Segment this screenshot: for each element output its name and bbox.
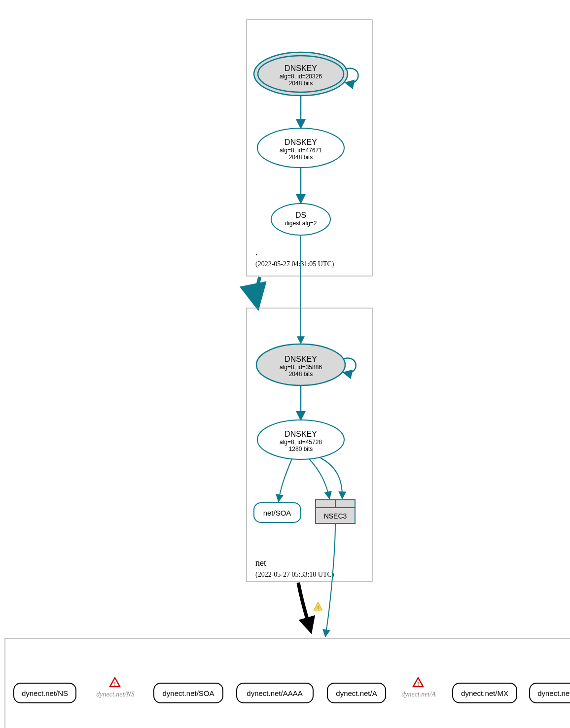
node-root-ds: DS digest alg=2 bbox=[271, 204, 330, 235]
root-ksk-line2: alg=8, id=20326 bbox=[280, 73, 322, 80]
root-zsk-title: DNSKEY bbox=[285, 138, 317, 146]
net-zsk-line2: alg=8, id=45728 bbox=[280, 439, 322, 446]
zone-dynect: dynect.net/NS ! dynect.net/NS dynect.net… bbox=[5, 638, 570, 728]
node-net-zsk: DNSKEY alg=8, id=45728 1280 bits bbox=[257, 420, 344, 459]
edge-net-zsk-to-nsec3-1 bbox=[309, 459, 329, 498]
root-ds-title: DS bbox=[295, 211, 306, 219]
svg-text:!: ! bbox=[417, 680, 419, 687]
node-root-ksk: DNSKEY alg=8, id=20326 2048 bits bbox=[254, 52, 348, 96]
dynect-records-row: dynect.net/NS ! dynect.net/NS dynect.net… bbox=[14, 678, 570, 703]
net-nsec3-label: NSEC3 bbox=[324, 512, 347, 520]
node-dynect-ns-warn: ! dynect.net/NS bbox=[96, 678, 134, 698]
dynect-a-label: dynect.net/A bbox=[336, 689, 377, 697]
svg-point-3 bbox=[271, 204, 330, 235]
edge-net-zsk-to-nsec3-2 bbox=[321, 458, 342, 498]
node-dynect-a: dynect.net/A bbox=[327, 683, 386, 703]
net-ksk-line3: 2048 bits bbox=[289, 371, 313, 378]
net-zsk-title: DNSKEY bbox=[285, 430, 317, 438]
node-root-zsk: DNSKEY alg=8, id=47671 2048 bits bbox=[257, 128, 344, 168]
dynect-a-warn-label: dynect.net/A bbox=[401, 691, 436, 698]
dynect-txt-label: dynect.net/TXT bbox=[537, 689, 570, 697]
node-net-ksk: DNSKEY alg=8, id=35886 2048 bits bbox=[256, 344, 345, 385]
root-ksk-title: DNSKEY bbox=[285, 64, 317, 72]
node-dynect-aaaa: dynect.net/AAAA bbox=[237, 683, 313, 703]
edge-net-zsk-to-soa bbox=[279, 459, 292, 501]
net-ksk-title: DNSKEY bbox=[285, 355, 317, 363]
dynect-ns-warn-label: dynect.net/NS bbox=[96, 691, 134, 698]
root-zsk-line2: alg=8, id=47671 bbox=[280, 147, 322, 154]
zone-root-timestamp: (2022-05-27 04:31:05 UTC) bbox=[255, 260, 334, 268]
net-ksk-line2: alg=8, id=35886 bbox=[280, 364, 322, 371]
zone-root: DNSKEY alg=8, id=20326 2048 bits DNSKEY … bbox=[247, 20, 372, 276]
node-net-nsec3: NSEC3 bbox=[316, 500, 355, 523]
edge-nsec3-to-dynect bbox=[325, 524, 335, 636]
warning-icon-delegation: ! bbox=[314, 602, 322, 610]
error-icon: ! bbox=[413, 678, 423, 687]
dynect-ns-label: dynect.net/NS bbox=[22, 689, 68, 697]
zone-root-label: . bbox=[255, 247, 258, 257]
node-dynect-txt: dynect.net/TXT bbox=[530, 683, 570, 703]
zone-net-timestamp: (2022-05-27 05:33:10 UTC) bbox=[255, 571, 334, 579]
edge-net-to-dynect-delegation bbox=[298, 583, 310, 627]
node-dynect-soa: dynect.net/SOA bbox=[154, 683, 223, 703]
zone-net: DNSKEY alg=8, id=35886 2048 bits DNSKEY … bbox=[247, 308, 372, 582]
net-soa-label: net/SOA bbox=[263, 509, 291, 517]
svg-text:!: ! bbox=[317, 604, 319, 610]
dynect-soa-label: dynect.net/SOA bbox=[162, 689, 214, 697]
dynect-aaaa-label: dynect.net/AAAA bbox=[247, 689, 302, 697]
root-ds-line2: digest alg=2 bbox=[285, 220, 317, 227]
dynect-mx-label: dynect.net/MX bbox=[461, 689, 508, 697]
node-dynect-ns: dynect.net/NS bbox=[14, 683, 76, 703]
node-net-soa: net/SOA bbox=[254, 503, 301, 522]
root-zsk-line3: 2048 bits bbox=[289, 154, 313, 161]
error-icon: ! bbox=[110, 678, 120, 687]
node-dynect-a-warn: ! dynect.net/A bbox=[401, 678, 436, 698]
net-zsk-line3: 1280 bits bbox=[289, 446, 313, 452]
dnssec-diagram: DNSKEY alg=8, id=20326 2048 bits DNSKEY … bbox=[0, 0, 570, 728]
node-dynect-mx: dynect.net/MX bbox=[453, 683, 517, 703]
zone-net-label: net bbox=[255, 558, 266, 568]
svg-text:!: ! bbox=[114, 680, 116, 687]
edge-root-to-net-delegation bbox=[256, 277, 260, 306]
root-ksk-line3: 2048 bits bbox=[289, 80, 313, 87]
